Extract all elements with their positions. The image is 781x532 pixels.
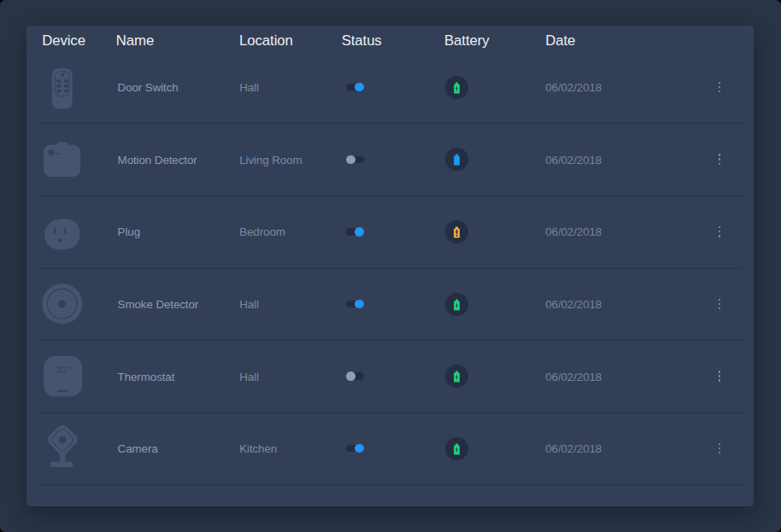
svg-text:32: 32 xyxy=(56,364,68,376)
